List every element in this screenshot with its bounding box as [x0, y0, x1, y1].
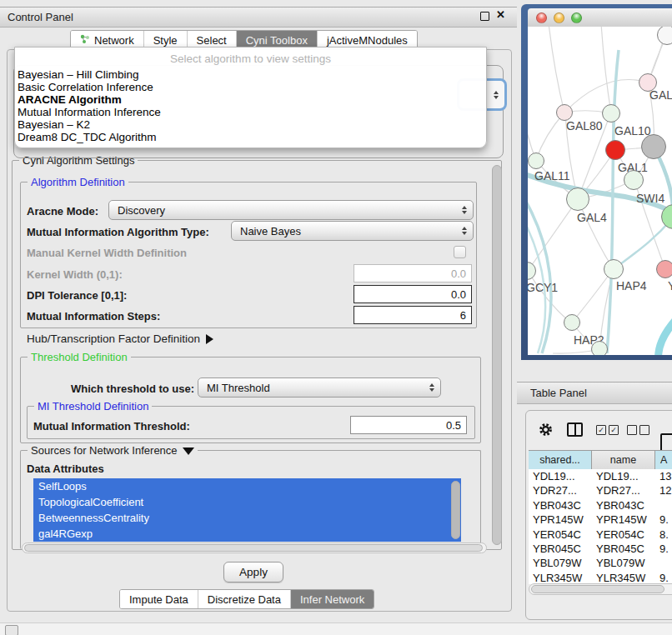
dpi-tolerance-field[interactable]: 0.0 — [354, 285, 472, 303]
network-node[interactable] — [566, 188, 589, 211]
table-row[interactable]: YER054CYER054C8. — [529, 528, 672, 542]
algorithm-definition-title: Algorithm Definition — [28, 176, 128, 188]
table-cell: YLR345W — [529, 571, 592, 584]
network-node[interactable] — [591, 341, 608, 355]
tab-infer-network[interactable]: Infer Network — [291, 590, 374, 608]
network-node-label: Y — [668, 279, 672, 292]
table-cell: YER054C — [529, 528, 592, 542]
minimize-window-icon[interactable] — [554, 12, 564, 23]
combo-stepper-icon — [462, 222, 467, 240]
algorithm-option[interactable]: ARACNE Algorithm — [15, 93, 486, 106]
table-row[interactable]: YPR145WYPR145W9. — [529, 512, 672, 527]
mi-algorithm-type-label: Mutual Information Algorithm Type: — [27, 226, 209, 238]
dpi-tolerance-label: DPI Tolerance [0,1]: — [27, 289, 127, 302]
algorithm-option[interactable]: Mutual Information Inference — [15, 106, 486, 118]
mi-threshold-label: Mutual Information Threshold: — [33, 420, 190, 432]
table-cell: YBR045C — [529, 542, 592, 556]
network-node[interactable] — [604, 259, 624, 279]
table-cell — [655, 498, 672, 512]
sources-horizontal-scrollbar[interactable] — [22, 542, 487, 553]
table-row[interactable]: YDR27...YDR27...12 — [529, 483, 672, 498]
network-node[interactable] — [602, 104, 620, 122]
apply-button[interactable]: Apply — [223, 562, 283, 582]
data-attributes-list[interactable]: SelfLoopsTopologicalCoefficientBetweenne… — [33, 478, 461, 542]
network-canvas[interactable]: GALGAL80GAL10GAL1GAL11SWI4GAL4GCY1HAP4YH… — [528, 27, 672, 355]
table-cell: YBL079W — [529, 556, 592, 570]
table-row[interactable]: YLR345WYLR345W9. — [529, 571, 672, 584]
table-panel-title: Table Panel — [517, 387, 587, 399]
settings-vertical-scrollbar[interactable] — [492, 165, 502, 545]
attributes-list-scrollbar[interactable] — [451, 481, 460, 539]
close-panel-icon[interactable]: ✕ — [496, 11, 505, 19]
network-node-label: GAL — [649, 88, 672, 102]
column-header-name[interactable]: name — [592, 451, 655, 469]
kernel-width-field[interactable]: 0.0 — [354, 264, 472, 282]
mi-threshold-field[interactable]: 0.5 — [350, 416, 467, 434]
combo-stepper-icon — [429, 378, 434, 397]
tab-network-label: Network — [94, 34, 134, 47]
network-node[interactable] — [624, 170, 644, 190]
which-threshold-label: Which threshold to use: — [71, 382, 194, 395]
attribute-item[interactable]: gal4RGexp — [33, 526, 461, 542]
mi-algorithm-type-combobox[interactable]: Naive Bayes — [231, 221, 474, 241]
gear-icon[interactable] — [538, 422, 554, 440]
aracne-mode-combobox[interactable]: Discovery — [108, 200, 474, 220]
which-threshold-combobox[interactable]: MI Threshold — [198, 378, 441, 398]
tab-discretize-data[interactable]: Discretize Data — [198, 590, 291, 608]
algorithm-option[interactable]: Bayesian – K2 — [15, 118, 486, 131]
new-table-icon[interactable] — [660, 433, 672, 452]
algorithm-option[interactable]: Basic Correlation Inference — [15, 81, 486, 93]
table-panel-titlebar: Table Panel — [517, 382, 672, 404]
network-node[interactable] — [656, 260, 672, 278]
expanded-arrow-icon[interactable] — [183, 448, 194, 455]
mi-steps-field[interactable]: 6 — [354, 306, 472, 324]
column-header-third[interactable]: A — [655, 451, 672, 469]
table-cell: YDL19... — [529, 469, 592, 483]
mi-threshold-definition-title: MI Threshold Definition — [34, 400, 152, 412]
table-cell: YBL079W — [592, 556, 655, 570]
network-node[interactable] — [641, 134, 666, 159]
network-window-titlebar[interactable] — [528, 8, 672, 27]
collapsed-arrow-icon[interactable] — [206, 334, 213, 344]
network-icon — [80, 34, 90, 47]
columns-icon[interactable] — [567, 422, 583, 437]
network-node-label: GAL11 — [534, 169, 570, 182]
table-row[interactable]: YBR043CYBR043C — [529, 498, 672, 512]
table-cell: YLR345W — [592, 571, 655, 584]
network-node-label: GCY1 — [528, 281, 558, 294]
cyni-bottom-tabs: Impute Data Discretize Data Infer Networ… — [119, 589, 374, 609]
aracne-mode-label: Aracne Mode: — [27, 205, 98, 218]
select-all-checks-icon[interactable]: ✓✓ — [596, 425, 619, 435]
hub-transcription-factor-section[interactable]: Hub/Transcription Factor Definition — [27, 332, 213, 345]
table-horizontal-scrollbar[interactable] — [529, 583, 672, 595]
network-node[interactable] — [528, 152, 544, 169]
deselect-all-checks-icon[interactable] — [627, 425, 649, 435]
network-window[interactable]: GALGAL80GAL10GAL1GAL11SWI4GAL4GCY1HAP4YH… — [521, 4, 672, 360]
network-node-label: HAP4 — [616, 279, 647, 292]
attribute-item[interactable]: SelfLoops — [33, 478, 461, 494]
attribute-item[interactable]: BetweennessCentrality — [33, 510, 461, 526]
network-node[interactable] — [564, 314, 580, 331]
algorithm-option[interactable]: Bayesian – Hill Climbing — [15, 68, 486, 81]
table-row[interactable]: YDL19...YDL19...13 — [529, 469, 672, 483]
minimized-panel-icon[interactable] — [5, 625, 18, 635]
attribute-item[interactable]: TopologicalCoefficient — [33, 494, 461, 510]
column-header-shared-name[interactable]: shared... — [529, 451, 592, 469]
table-cell: YDR27... — [529, 483, 592, 498]
table-row[interactable]: YBL079WYBL079W — [529, 556, 672, 570]
float-panel-icon[interactable] — [480, 12, 489, 21]
algorithm-dropdown-prompt: Select algorithm to view settings — [15, 48, 486, 65]
tab-impute-data[interactable]: Impute Data — [120, 590, 198, 608]
table-cell: YDL19... — [592, 469, 655, 483]
manual-kernel-width-checkbox[interactable] — [454, 246, 466, 258]
table-row[interactable]: YBR045CYBR045C9. — [529, 542, 672, 556]
zoom-window-icon[interactable] — [571, 12, 582, 23]
table-panel-body: ✓✓ shared... name A YDL19...YDL19...13YD… — [525, 410, 672, 620]
close-window-icon[interactable] — [536, 12, 547, 23]
manual-kernel-width-label: Manual Kernel Width Definition — [27, 247, 187, 259]
screen: Control Panel ✕ Network Style Select Cyn… — [0, 0, 672, 635]
sources-title[interactable]: Sources for Network Inference — [28, 444, 198, 457]
network-node[interactable] — [605, 140, 625, 160]
algorithm-option[interactable]: Dream8 DC_TDC Algorithm — [15, 131, 486, 143]
network-node[interactable] — [556, 104, 573, 121]
